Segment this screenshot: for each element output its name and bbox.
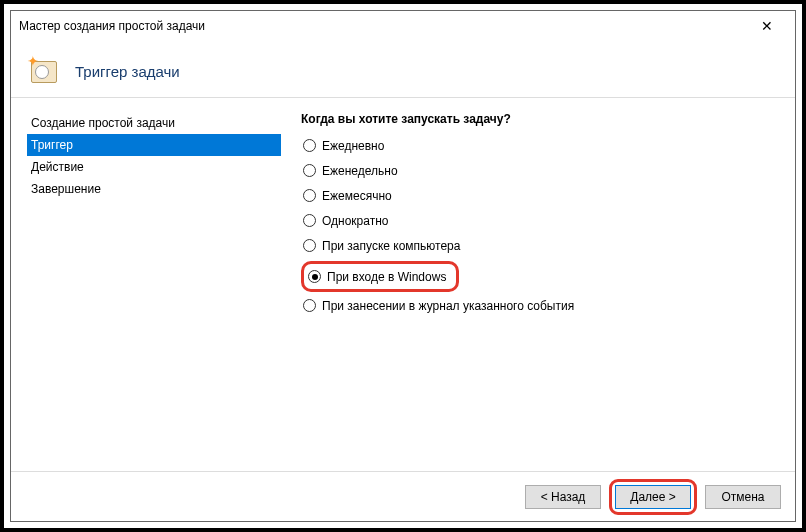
radio-label: Еженедельно: [322, 164, 398, 178]
back-button-label: < Назад: [541, 490, 586, 504]
next-button[interactable]: Далее >: [615, 485, 691, 509]
highlighted-option: При входе в Windows: [301, 261, 459, 292]
wizard-header: ✦ Триггер задачи: [11, 41, 795, 97]
wizard-footer: < Назад Далее > Отмена: [11, 471, 795, 521]
task-scheduler-icon: ✦: [29, 55, 61, 87]
radio-monthly[interactable]: Ежемесячно: [303, 186, 775, 205]
sidebar-item-create-task[interactable]: Создание простой задачи: [27, 112, 281, 134]
next-button-label: Далее >: [630, 490, 676, 504]
sidebar-item-action[interactable]: Действие: [27, 156, 281, 178]
close-icon: ✕: [761, 18, 773, 34]
radio-label: Ежедневно: [322, 139, 384, 153]
window-frame: Мастер создания простой задачи ✕ ✦ Тригг…: [0, 0, 806, 532]
wizard-steps-sidebar: Создание простой задачи Триггер Действие…: [11, 112, 281, 471]
radio-once[interactable]: Однократно: [303, 211, 775, 230]
back-button[interactable]: < Назад: [525, 485, 601, 509]
wizard-body: Создание простой задачи Триггер Действие…: [11, 98, 795, 471]
radio-icon: [303, 139, 316, 152]
radio-label: При занесении в журнал указанного событи…: [322, 299, 574, 313]
radio-label: При запуске компьютера: [322, 239, 460, 253]
radio-weekly[interactable]: Еженедельно: [303, 161, 775, 180]
wizard-window: Мастер создания простой задачи ✕ ✦ Тригг…: [10, 10, 796, 522]
sidebar-item-trigger[interactable]: Триггер: [27, 134, 281, 156]
radio-label: При входе в Windows: [327, 270, 446, 284]
sidebar-item-finish[interactable]: Завершение: [27, 178, 281, 200]
radio-icon: [303, 239, 316, 252]
radio-event[interactable]: При занесении в журнал указанного событи…: [303, 296, 775, 315]
radio-logon[interactable]: При входе в Windows: [308, 267, 446, 286]
radio-icon: [303, 164, 316, 177]
radio-icon: [303, 214, 316, 227]
cancel-button[interactable]: Отмена: [705, 485, 781, 509]
radio-icon: [303, 189, 316, 202]
radio-icon: [308, 270, 321, 283]
titlebar: Мастер создания простой задачи ✕: [11, 11, 795, 41]
wizard-main: Когда вы хотите запускать задачу? Ежедне…: [281, 112, 795, 471]
radio-icon: [303, 299, 316, 312]
radio-label: Ежемесячно: [322, 189, 392, 203]
radio-daily[interactable]: Ежедневно: [303, 136, 775, 155]
radio-label: Однократно: [322, 214, 389, 228]
close-button[interactable]: ✕: [747, 11, 787, 41]
highlighted-next-button: Далее >: [609, 479, 697, 515]
page-title: Триггер задачи: [75, 63, 180, 80]
radio-startup[interactable]: При запуске компьютера: [303, 236, 775, 255]
titlebar-text: Мастер создания простой задачи: [19, 19, 747, 33]
trigger-question: Когда вы хотите запускать задачу?: [301, 112, 775, 126]
cancel-button-label: Отмена: [721, 490, 764, 504]
